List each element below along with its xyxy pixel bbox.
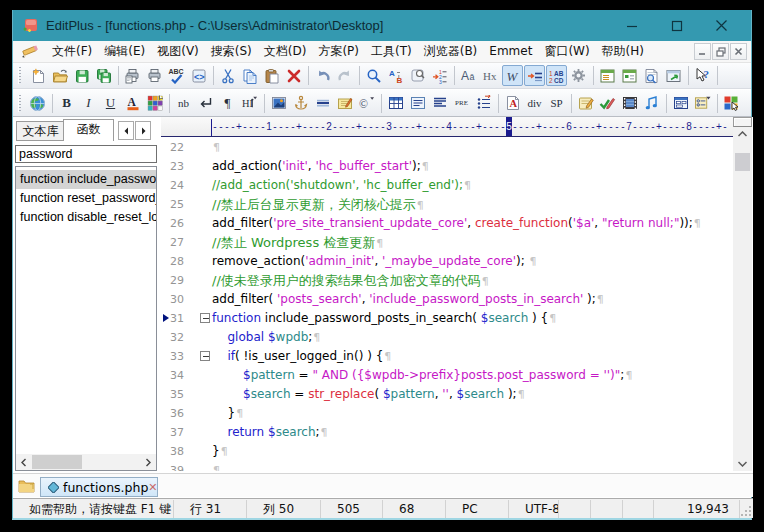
- textarea-button[interactable]: [334, 93, 355, 114]
- scrollbar-thumb[interactable]: [735, 153, 750, 171]
- replace-button[interactable]: AB: [385, 65, 406, 86]
- table-button[interactable]: [385, 93, 406, 114]
- line-numbers-button[interactable]: 1AB2CD: [546, 65, 567, 86]
- print-button[interactable]: [144, 65, 165, 86]
- resize-grip[interactable]: [740, 505, 752, 517]
- list-button[interactable]: [473, 93, 494, 114]
- mdi-restore-button[interactable]: [712, 43, 729, 60]
- code-area[interactable]: 22¶23add_action('init', 'hc_buffer_start…: [161, 138, 733, 471]
- folder-icon[interactable]: [18, 478, 35, 497]
- bold-button[interactable]: B: [56, 93, 77, 114]
- split-handle[interactable]: [733, 117, 752, 127]
- menu-item[interactable]: 窗口(W): [538, 41, 595, 62]
- menu-item[interactable]: Emmet: [483, 41, 538, 62]
- scroll-up-arrow-icon[interactable]: [733, 127, 752, 141]
- tab-scroll-right-button[interactable]: [135, 121, 151, 140]
- save-all-button[interactable]: [93, 65, 114, 86]
- hex-view-button[interactable]: Hx: [480, 65, 501, 86]
- menu-item[interactable]: 文件(F): [46, 41, 98, 62]
- special-char-button[interactable]: ©: [356, 93, 377, 114]
- heading-button[interactable]: HI: [239, 93, 260, 114]
- image-button[interactable]: [268, 93, 289, 114]
- italic-button[interactable]: I: [78, 93, 99, 114]
- menu-item[interactable]: 浏览器(B): [418, 41, 484, 62]
- copy-button[interactable]: [239, 65, 260, 86]
- word-wrap-button[interactable]: W: [502, 65, 523, 86]
- form-edit-button[interactable]: [575, 93, 596, 114]
- document-tab[interactable]: functions.php ✕: [40, 477, 158, 497]
- menu-item[interactable]: 方案(P): [312, 41, 365, 62]
- menu-item[interactable]: 帮助(H): [596, 41, 650, 62]
- print-preview-button[interactable]: [122, 65, 143, 86]
- scrollbar-track[interactable]: [733, 127, 752, 471]
- delete-button[interactable]: [283, 65, 304, 86]
- preferences-button[interactable]: [568, 65, 589, 86]
- save-button[interactable]: [71, 65, 92, 86]
- paragraph-box-button[interactable]: [407, 93, 428, 114]
- help-pointer-button[interactable]: ?: [692, 65, 713, 86]
- span-tag-button[interactable]: SP: [546, 93, 567, 114]
- menu-item[interactable]: 视图(V): [151, 41, 205, 62]
- find-button[interactable]: [363, 65, 384, 86]
- line-break-button[interactable]: [195, 93, 216, 114]
- function-list-item[interactable]: function disable_reset_los: [16, 208, 156, 227]
- block-align-button[interactable]: [429, 93, 450, 114]
- scrollbar-thumb[interactable]: [32, 455, 82, 469]
- undo-button[interactable]: [312, 65, 333, 86]
- paragraph-mark-button[interactable]: ¶: [217, 93, 238, 114]
- redo-button[interactable]: [334, 65, 355, 86]
- scroll-down-arrow-icon[interactable]: [733, 457, 752, 471]
- new-document-button[interactable]: [27, 65, 48, 86]
- div-tag-button[interactable]: div: [524, 93, 545, 114]
- font-page-button[interactable]: A: [502, 93, 523, 114]
- case-convert-button[interactable]: Aā: [458, 65, 479, 86]
- mdi-close-button[interactable]: [730, 43, 747, 60]
- sidebar-horizontal-scrollbar[interactable]: [16, 454, 156, 470]
- tab-scroll-left-button[interactable]: [118, 121, 134, 140]
- menu-item[interactable]: 编辑(E): [98, 41, 151, 62]
- pre-button[interactable]: PRE: [451, 93, 472, 114]
- scroll-right-arrow-icon[interactable]: [140, 454, 156, 470]
- menu-item[interactable]: 工具(T): [365, 41, 418, 62]
- scroll-left-arrow-icon[interactable]: [16, 454, 32, 470]
- auto-indent-button[interactable]: [524, 65, 545, 86]
- editor-vertical-scrollbar[interactable]: [733, 117, 753, 471]
- nbsp-button[interactable]: nb: [173, 93, 194, 114]
- function-list-item[interactable]: function reset_password_: [16, 189, 156, 208]
- font-color-button[interactable]: A: [122, 93, 143, 114]
- tab-functions[interactable]: 函数: [63, 119, 114, 141]
- menu-item[interactable]: 搜索(S): [205, 41, 258, 62]
- windows-colors-button[interactable]: [721, 93, 742, 114]
- window-tree-button[interactable]: [619, 65, 640, 86]
- form-fields-button[interactable]: [670, 93, 691, 114]
- fold-toggle-icon[interactable]: [200, 313, 210, 323]
- menu-item[interactable]: 文档(D): [258, 41, 313, 62]
- paste-button[interactable]: [261, 65, 282, 86]
- html-preview-button[interactable]: <>: [188, 65, 209, 86]
- page-zoom-button[interactable]: [641, 65, 662, 86]
- toolbar-grip[interactable]: [18, 95, 21, 112]
- close-button[interactable]: [699, 10, 744, 41]
- function-filter-input[interactable]: [15, 145, 157, 163]
- mdi-minimize-button[interactable]: [694, 43, 711, 60]
- horizontal-rule-button[interactable]: [312, 93, 333, 114]
- options-box-button[interactable]: [692, 93, 713, 114]
- tab-cliptext[interactable]: 文本库: [16, 121, 64, 141]
- movie-button[interactable]: [619, 93, 640, 114]
- tab-close-icon[interactable]: ✕: [148, 481, 157, 494]
- minimize-button[interactable]: [609, 10, 654, 41]
- function-list-item[interactable]: function include_passwor: [16, 170, 156, 189]
- open-folder-button[interactable]: [49, 65, 70, 86]
- editor-area[interactable]: ----+----1----+----2----+----3----+----4…: [161, 117, 733, 471]
- anchor-button[interactable]: [290, 93, 311, 114]
- fold-toggle-icon[interactable]: [200, 351, 210, 361]
- goto-line-button[interactable]: 123: [429, 65, 450, 86]
- browser-globe-button[interactable]: [27, 93, 48, 114]
- maximize-button[interactable]: [654, 10, 699, 41]
- spell-check-button[interactable]: ABC: [166, 65, 187, 86]
- music-button[interactable]: [641, 93, 662, 114]
- browser-window-button[interactable]: [663, 65, 684, 86]
- script-check-button[interactable]: [597, 93, 618, 114]
- document-list-button[interactable]: [597, 65, 618, 86]
- underline-button[interactable]: U: [100, 93, 121, 114]
